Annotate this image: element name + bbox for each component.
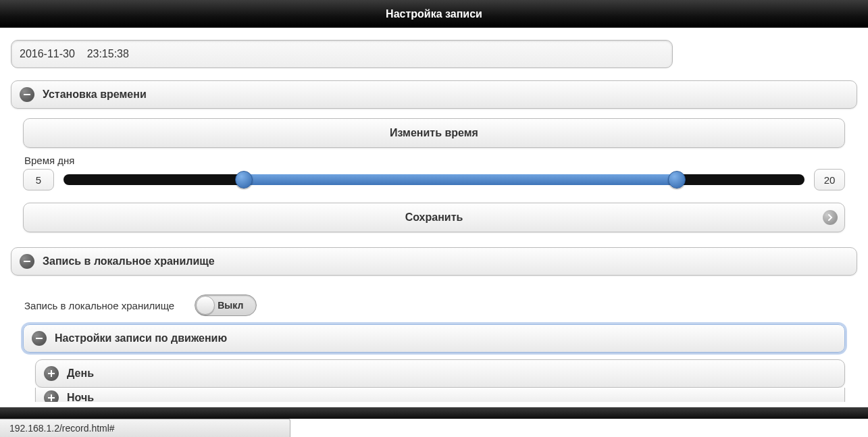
- slider-min-box: 5: [23, 169, 54, 190]
- page-title: Настройка записи: [386, 8, 482, 20]
- section-local-title: Запись в локальное хранилище: [43, 255, 215, 267]
- plus-icon: [44, 390, 59, 403]
- change-time-button[interactable]: Изменить время: [23, 118, 845, 148]
- datetime-input[interactable]: 2016-11-30 23:15:38: [11, 40, 673, 68]
- section-motion-title: Настройки записи по движению: [55, 332, 227, 344]
- section-time-header[interactable]: Установка времени: [11, 80, 857, 109]
- minus-icon: [20, 254, 34, 269]
- subsection-day-title: День: [67, 367, 94, 380]
- status-bar: 192.168.1.2/record.html#: [0, 419, 290, 437]
- svg-rect-2: [36, 338, 43, 339]
- header-bar: Настройка записи: [0, 0, 868, 28]
- slider-handle-high[interactable]: [668, 171, 686, 188]
- toggle-state-text: Выкл: [218, 300, 243, 311]
- daytime-slider-track[interactable]: [63, 174, 805, 185]
- svg-rect-0: [24, 94, 30, 95]
- minus-icon: [32, 331, 47, 346]
- change-time-label: Изменить время: [390, 127, 478, 139]
- slider-handle-low[interactable]: [235, 171, 253, 188]
- save-button[interactable]: Сохранить: [23, 203, 845, 232]
- save-label: Сохранить: [405, 211, 463, 224]
- local-record-toggle-label: Запись в локальное хранилище: [24, 300, 174, 311]
- daytime-label: Время дня: [24, 155, 845, 166]
- slider-max-box: 20: [814, 169, 845, 190]
- subsection-night-header[interactable]: Ночь: [35, 388, 845, 402]
- local-record-toggle[interactable]: Выкл: [195, 294, 257, 316]
- datetime-value: 2016-11-30 23:15:38: [20, 48, 129, 60]
- toggle-knob: [196, 296, 215, 315]
- minus-icon: [20, 87, 34, 102]
- section-time-title: Установка времени: [43, 88, 147, 101]
- section-local-header[interactable]: Запись в локальное хранилище: [11, 247, 857, 276]
- footer-bar: [0, 407, 868, 419]
- status-url: 192.168.1.2/record.html#: [9, 423, 115, 434]
- chevron-right-icon: [823, 210, 838, 225]
- slider-range: [244, 174, 678, 185]
- subsection-night-title: Ночь: [67, 392, 94, 403]
- subsection-day-header[interactable]: День: [35, 359, 845, 388]
- svg-rect-6: [51, 394, 52, 401]
- svg-rect-1: [24, 261, 30, 262]
- section-motion-header[interactable]: Настройки записи по движению: [23, 324, 845, 353]
- plus-icon: [44, 366, 59, 381]
- svg-rect-4: [51, 370, 52, 377]
